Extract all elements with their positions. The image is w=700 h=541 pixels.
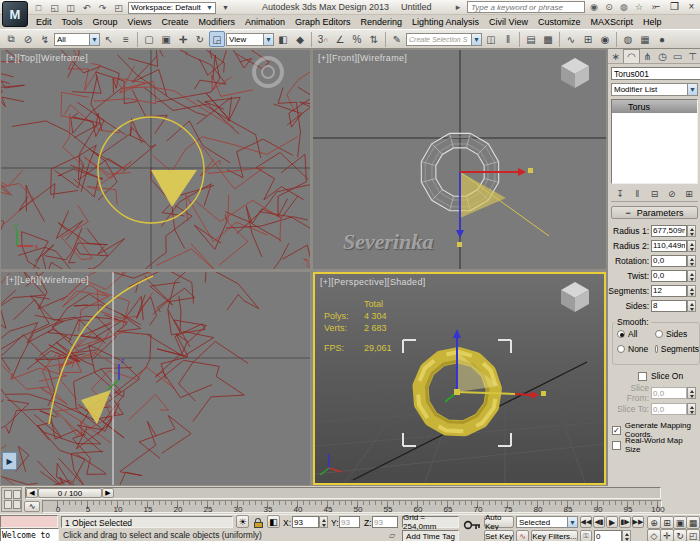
set-keys-key-icon[interactable]	[462, 517, 482, 539]
selection-lock-icon[interactable]	[252, 517, 265, 530]
viewport-layout-tabs-button[interactable]: ▶	[2, 452, 17, 470]
tab-motion-icon[interactable]: ◷	[655, 49, 670, 63]
modifier-list-dropdown[interactable]: Modifier List ▼	[611, 83, 698, 96]
redo-icon[interactable]: ↷	[96, 1, 109, 14]
z-coordinate-field[interactable]	[372, 516, 398, 528]
window-crossing-icon[interactable]: ▣	[158, 31, 174, 47]
viewport-front[interactable]: [+][Front][Wireframe] Severinka	[313, 50, 606, 269]
select-by-name-icon[interactable]: ≡	[118, 31, 134, 47]
param-spinner[interactable]	[687, 270, 696, 282]
unlink-selection-icon[interactable]: ⊘	[20, 31, 36, 47]
param-value-field[interactable]	[651, 403, 687, 415]
show-end-result-icon[interactable]: ‖	[631, 188, 643, 200]
smooth-option-none[interactable]: None	[617, 344, 655, 354]
select-and-rotate-icon[interactable]: ↻	[192, 31, 208, 47]
menu-lighting-analysis[interactable]: Lighting Analysis	[407, 17, 484, 27]
menu-group[interactable]: Group	[88, 17, 123, 27]
selection-filter-dropdown[interactable]: All ▼	[54, 33, 100, 46]
viewport-left[interactable]: z [+][Left][Wireframe]	[1, 272, 310, 485]
previous-frame-button[interactable]: ◀▮	[593, 516, 605, 528]
angle-snap-icon[interactable]: ∠	[332, 31, 348, 47]
menu-animation[interactable]: Animation	[240, 17, 290, 27]
workspace-select[interactable]: Workspace: Default ▼	[128, 2, 216, 14]
select-and-scale-icon[interactable]: ◲	[209, 31, 225, 47]
smooth-option-all[interactable]: All	[617, 329, 655, 339]
set-key-filters-curve-icon[interactable]: ∿	[516, 530, 529, 541]
parameters-rollout-header[interactable]: Parameters	[611, 206, 698, 219]
next-frame-button[interactable]: ▮▶	[619, 516, 631, 528]
tab-utilities-icon[interactable]: ⊤	[685, 49, 700, 63]
percent-snap-icon[interactable]: %	[349, 31, 365, 47]
layer-manager-icon[interactable]: ▤	[523, 31, 539, 47]
rectangular-selection-region-icon[interactable]: ▢	[141, 31, 157, 47]
menu-civil-view[interactable]: Civil View	[484, 17, 533, 27]
new-file-icon[interactable]: □	[32, 1, 45, 14]
param-value-field[interactable]	[651, 240, 687, 252]
menu-help[interactable]: Help	[638, 17, 667, 27]
menu-customize[interactable]: Customize	[533, 17, 586, 27]
mirror-icon[interactable]: ◫	[483, 31, 499, 47]
spinner-snap-icon[interactable]: ⇅	[366, 31, 382, 47]
menu-graph-editors[interactable]: Graph Editors	[290, 17, 356, 27]
open-mini-curve-editor-button[interactable]: ∿	[24, 501, 40, 512]
configure-modifier-sets-icon[interactable]: ⊞	[683, 188, 695, 200]
communication-center-icon[interactable]: ◍	[618, 1, 630, 13]
tab-display-icon[interactable]: ▭	[670, 49, 685, 63]
search-input[interactable]	[467, 1, 585, 13]
tab-modify-icon[interactable]: ◠	[623, 49, 640, 63]
param-spinner[interactable]	[687, 240, 696, 252]
render-production-icon[interactable]: ●	[654, 31, 670, 47]
param-spinner[interactable]	[687, 403, 696, 415]
select-and-link-icon[interactable]: ⧉	[3, 31, 19, 47]
param-value-field[interactable]	[651, 285, 687, 297]
param-spinner[interactable]	[687, 255, 696, 267]
zoom-icon[interactable]: ⊕	[647, 516, 661, 529]
make-unique-icon[interactable]: ⊟	[649, 188, 661, 200]
select-object-icon[interactable]: ↖	[101, 31, 117, 47]
project-folder-icon[interactable]: ◰	[112, 1, 125, 14]
play-animation-button[interactable]: ▶	[606, 516, 618, 528]
viewport-top[interactable]: y x [+][Top][Wireframe]	[1, 50, 310, 269]
viewport-top-label[interactable]: [+][Top][Wireframe]	[6, 53, 88, 63]
snaps-toggle-icon[interactable]: 3∩	[315, 31, 331, 47]
viewport-perspective[interactable]: [+][Perspective][Shaded] Total Polys:4 3…	[313, 272, 606, 485]
param-value-field[interactable]	[651, 225, 687, 237]
zoom-extents-icon[interactable]: ▣	[673, 516, 687, 529]
set-key-button[interactable]: Set Key	[484, 530, 514, 541]
param-spinner[interactable]	[687, 225, 696, 237]
render-setup-icon[interactable]: ◍	[620, 31, 636, 47]
remove-modifier-icon[interactable]: ⊘	[666, 188, 678, 200]
zoom-all-icon[interactable]: ⊞	[660, 516, 674, 529]
time-slider[interactable]: ◀ 0 / 100 ▶	[25, 487, 661, 499]
param-value-field[interactable]	[651, 387, 687, 399]
param-value-field[interactable]	[651, 270, 687, 282]
named-selection-dropdown[interactable]: Create Selection S ▼	[406, 33, 482, 46]
search-binoculars-icon[interactable]: ◉	[588, 1, 600, 13]
align-icon[interactable]: ‖	[500, 31, 516, 47]
y-coordinate-field[interactable]	[339, 516, 360, 528]
select-and-move-icon[interactable]: ✛	[175, 31, 191, 47]
smooth-option-sides[interactable]: Sides	[655, 329, 699, 339]
param-spinner[interactable]	[687, 387, 696, 399]
menu-modifiers[interactable]: Modifiers	[193, 17, 240, 27]
smooth-option-segments[interactable]: Segments	[655, 344, 699, 354]
tab-create-icon[interactable]: ∗	[608, 49, 623, 63]
menu-create[interactable]: Create	[156, 17, 193, 27]
open-file-icon[interactable]: ◱	[48, 1, 61, 14]
menu-edit[interactable]: Edit	[31, 17, 57, 27]
restore-button[interactable]: ❐	[668, 1, 681, 12]
generate-mapping-checkbox[interactable]: ✓	[612, 426, 621, 435]
zoom-extents-all-icon[interactable]: ▦	[686, 516, 700, 529]
param-value-field[interactable]	[651, 300, 687, 312]
use-pivot-point-center-icon[interactable]: ◧	[275, 31, 291, 47]
select-and-manipulate-icon[interactable]: ◆	[292, 31, 308, 47]
viewport-perspective-label[interactable]: [+][Perspective][Shaded]	[320, 277, 426, 287]
material-editor-icon[interactable]: ◉	[597, 31, 613, 47]
x-spinner[interactable]	[319, 516, 328, 528]
modifier-stack[interactable]: Torus	[611, 99, 698, 184]
viewport-left-label[interactable]: [+][Left][Wireframe]	[6, 275, 89, 285]
key-filters-button[interactable]: Key Filters...	[531, 530, 578, 541]
edit-named-selection-sets-icon[interactable]: ✎	[389, 31, 405, 47]
next-frame-arrow[interactable]: ▶	[102, 488, 114, 498]
add-time-tag[interactable]: Add Time Tag	[402, 530, 459, 541]
